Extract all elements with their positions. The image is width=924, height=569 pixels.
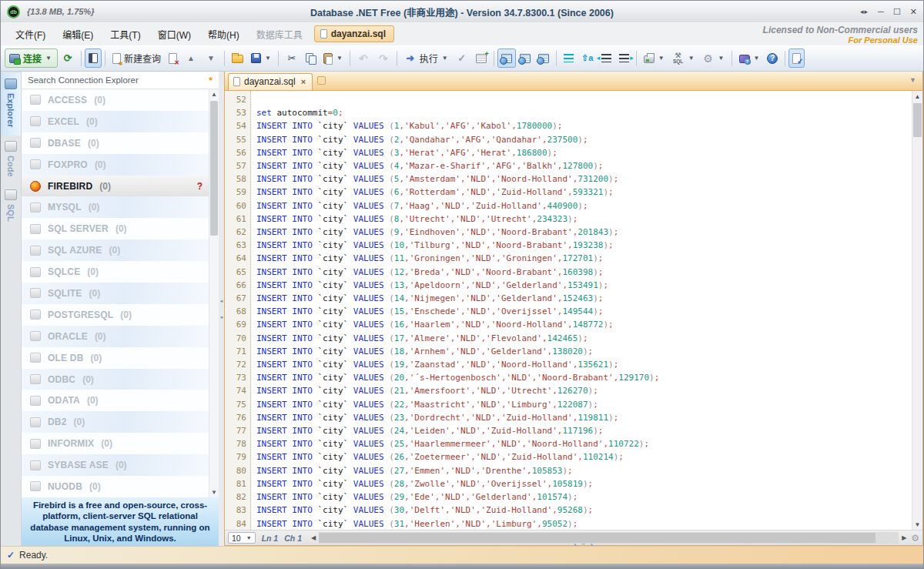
editor-vscrollbar[interactable]: ▲ ▼ bbox=[912, 91, 922, 530]
hscroll-thumb[interactable] bbox=[319, 533, 875, 543]
connection-item-odbc[interactable]: ODBC(0) bbox=[22, 369, 209, 390]
connection-item-sybase-ase[interactable]: SYBASE ASE(0) bbox=[22, 454, 209, 476]
format-sql-button[interactable] bbox=[560, 49, 578, 68]
editor-tab-dayanzai[interactable]: dayanzai.sql × bbox=[228, 73, 313, 90]
close-query-button[interactable] bbox=[165, 49, 181, 68]
results-to-grid-button[interactable] bbox=[497, 49, 516, 68]
minimize-button[interactable]: ─ bbox=[878, 8, 884, 16]
save-file-button[interactable]: ▼ bbox=[247, 49, 275, 68]
menu-item[interactable]: 文件(F) bbox=[7, 24, 54, 45]
outdent-button[interactable] bbox=[598, 49, 615, 68]
search-connection-row[interactable]: Search Connection Explorer * bbox=[22, 72, 219, 89]
connect-button[interactable]: 连接▼ bbox=[5, 49, 58, 68]
save-file-dropdown-icon[interactable]: ▼ bbox=[265, 55, 271, 62]
code-area[interactable]: set autocommit=0;INSERT INTO `city` VALU… bbox=[251, 91, 912, 530]
nav-arrows-button[interactable]: ◂▸ bbox=[860, 8, 869, 15]
connection-item-access[interactable]: ACCESS(0) bbox=[22, 89, 209, 111]
connection-item-sql-azure[interactable]: SQL AZURE(0) bbox=[22, 239, 209, 261]
rail-tab-code[interactable]: Code bbox=[1, 136, 21, 185]
print-dropdown-icon[interactable]: ▼ bbox=[658, 55, 665, 62]
help-book-button[interactable]: ▼ bbox=[735, 49, 764, 68]
results-splitter-grip[interactable]: ▲━▲ bbox=[573, 541, 594, 547]
validate-button[interactable]: ✓ bbox=[452, 49, 472, 68]
previous-query-button[interactable]: ▲ bbox=[181, 49, 201, 68]
script-check-button[interactable] bbox=[788, 49, 805, 68]
help-button[interactable]: ? bbox=[763, 49, 782, 68]
menu-item[interactable]: 编辑(E) bbox=[54, 24, 102, 45]
sidebar-scrollbar-thumb[interactable] bbox=[210, 101, 218, 236]
menu-item[interactable]: 工具(T) bbox=[102, 24, 149, 45]
connection-item-excel[interactable]: EXCEL(0) bbox=[22, 111, 209, 132]
refresh-query-button[interactable]: ⟳ bbox=[58, 49, 78, 68]
maximize-button[interactable]: ☐ bbox=[893, 8, 901, 16]
tab-close-icon[interactable]: × bbox=[301, 77, 306, 86]
sql-tools-button[interactable]: SQL▼ bbox=[668, 49, 698, 68]
tab-list-dropdown-icon[interactable]: ▼ bbox=[909, 76, 916, 84]
open-file-button[interactable] bbox=[228, 49, 247, 68]
execute-button[interactable]: ➜执行▼ bbox=[400, 49, 452, 68]
connection-item-mysql[interactable]: MYSQL(0) bbox=[22, 196, 209, 218]
paste-dropdown-icon[interactable]: ▼ bbox=[336, 55, 343, 62]
new-tab-button[interactable] bbox=[317, 76, 326, 85]
search-star-icon[interactable]: * bbox=[209, 75, 213, 86]
results-to-text-button[interactable] bbox=[516, 49, 534, 68]
scrollbar-gear-icon[interactable]: ⚙ bbox=[911, 533, 919, 544]
undo-button[interactable]: ↶ bbox=[353, 49, 373, 68]
paste-button[interactable]: ▼ bbox=[320, 49, 346, 68]
connection-help-badge[interactable]: ? bbox=[197, 181, 203, 192]
connection-item-nuodb[interactable]: NUODB(0) bbox=[22, 476, 209, 497]
connection-item-sqlce[interactable]: SQLCE(0) bbox=[22, 261, 209, 283]
options-button[interactable]: ⚙▼ bbox=[698, 49, 728, 68]
connection-item-informix[interactable]: INFORMIX(0) bbox=[22, 433, 209, 454]
sql-tools-dropdown-icon[interactable]: ▼ bbox=[688, 55, 695, 62]
options-dropdown-icon[interactable]: ▼ bbox=[718, 55, 725, 62]
scroll-up-icon[interactable]: ▲ bbox=[209, 89, 219, 99]
menu-item[interactable]: 帮助(H) bbox=[199, 24, 248, 45]
transaction-button[interactable] bbox=[472, 49, 490, 68]
connection-item-dbase[interactable]: DBASE(0) bbox=[22, 132, 209, 154]
hscroll-right-icon[interactable]: ▶ bbox=[899, 534, 909, 541]
results-to-file-button[interactable] bbox=[534, 49, 553, 68]
editor-hscrollbar[interactable]: ◀ ▶ ⚙ bbox=[308, 532, 921, 544]
title-bar[interactable]: db {13.8 MB, 1.75%} Database .NET Free (… bbox=[1, 1, 923, 22]
sidebar-splitter[interactable]: ◂ ◂ bbox=[219, 72, 224, 546]
menu-item[interactable]: 窗口(W) bbox=[149, 24, 199, 45]
search-input[interactable]: Search Connection Explorer bbox=[28, 75, 209, 85]
hscroll-left-icon[interactable]: ◀ bbox=[308, 534, 319, 541]
connection-item-firebird[interactable]: FIREBIRD(0)? bbox=[22, 176, 209, 197]
toggle-explorer-panel-button[interactable] bbox=[85, 49, 102, 68]
connection-item-sql-server[interactable]: SQL SERVER(0) bbox=[22, 218, 209, 239]
vscroll-up-icon[interactable]: ▲ bbox=[912, 91, 922, 102]
connection-item-postgresql[interactable]: POSTGRESQL(0) bbox=[22, 304, 209, 326]
copy-button[interactable] bbox=[302, 49, 320, 68]
new-query-button[interactable]: 新建查询 bbox=[109, 49, 165, 68]
editor-zoom-select[interactable]: 10 ▼ bbox=[228, 532, 256, 544]
change-case-button[interactable]: ⇧a bbox=[578, 49, 598, 68]
vscroll-down-icon[interactable]: ▼ bbox=[912, 519, 922, 530]
next-query-button[interactable]: ▼ bbox=[201, 49, 221, 68]
connection-item-foxpro[interactable]: FOXPRO(0) bbox=[22, 154, 209, 176]
connection-item-odata[interactable]: ODATA(0) bbox=[22, 390, 209, 411]
scroll-down-icon[interactable]: ▼ bbox=[209, 487, 219, 497]
help-book-dropdown-icon[interactable]: ▼ bbox=[754, 55, 760, 62]
ole-db-icon bbox=[30, 353, 41, 363]
rail-tab-sql[interactable]: SQL bbox=[1, 184, 21, 229]
editor-body[interactable]: 5253545556575859606162636465666768697071… bbox=[225, 91, 922, 530]
execute-dropdown-icon[interactable]: ▼ bbox=[442, 55, 448, 62]
collapse-left-icon2[interactable]: ◂ bbox=[220, 314, 223, 320]
document-tab-chip[interactable]: dayanzai.sql bbox=[314, 25, 394, 42]
cut-button[interactable]: ✂ bbox=[282, 49, 302, 68]
connection-item-db2[interactable]: DB2(0) bbox=[22, 411, 209, 433]
vscroll-thumb[interactable] bbox=[913, 103, 922, 137]
redo-button[interactable]: ↷ bbox=[373, 49, 393, 68]
close-button[interactable]: ✕ bbox=[910, 8, 917, 16]
connect-dropdown-icon[interactable]: ▼ bbox=[45, 55, 52, 62]
indent-button[interactable] bbox=[615, 49, 633, 68]
sidebar-scrollbar[interactable]: ▲ ▼ bbox=[209, 89, 219, 497]
connection-item-sqlite[interactable]: SQLITE(0) bbox=[22, 283, 209, 304]
connection-item-oracle[interactable]: ORACLE(0) bbox=[22, 326, 209, 347]
collapse-left-icon[interactable]: ◂ bbox=[220, 298, 223, 303]
print-button[interactable]: ▼ bbox=[640, 49, 668, 68]
rail-tab-explorer[interactable]: Explorer bbox=[1, 73, 21, 136]
connection-item-ole-db[interactable]: OLE DB(0) bbox=[22, 347, 209, 369]
